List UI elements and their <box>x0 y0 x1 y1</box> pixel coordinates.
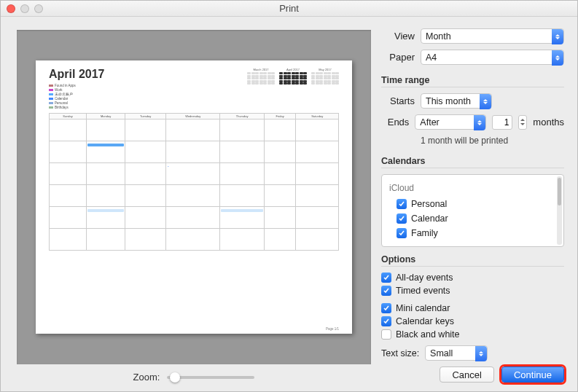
chevron-updown-icon <box>552 50 563 66</box>
page-number: Page 1/1 <box>326 327 339 331</box>
mini-calendars: March 2017 April 2017 May 2017 <box>247 68 339 85</box>
options-header: Options <box>381 254 564 267</box>
option-allday: All-day events <box>381 273 564 283</box>
starts-label: Starts <box>381 95 415 106</box>
textsize-select[interactable]: Small <box>425 345 488 361</box>
titlebar: Print <box>1 1 577 17</box>
calendars-header: Calendars <box>381 156 564 168</box>
checkbox-icon[interactable] <box>381 316 391 326</box>
months-count-field[interactable] <box>492 115 512 130</box>
cancel-button[interactable]: Cancel <box>440 366 493 383</box>
print-preview: April 2017 Found in Apps Work 未命名账户 Cale… <box>17 30 371 364</box>
option-bw: Black and white <box>381 329 564 340</box>
preview-page: April 2017 Found in Apps Work 未命名账户 Cale… <box>36 60 352 334</box>
option-timed: Timed events <box>381 286 564 296</box>
calendar-legend: Found in Apps Work 未命名账户 Calendar Person… <box>49 84 339 110</box>
months-stepper[interactable] <box>518 115 527 130</box>
textsize-label: Text size: <box>381 348 419 358</box>
calendar-item: Personal <box>389 197 556 211</box>
calendar-grid: SundayMondayTuesdayWednesdayThursdayFrid… <box>49 113 339 251</box>
calendar-item: Family <box>389 226 556 240</box>
window-title: Print <box>1 3 577 14</box>
calendars-list[interactable]: iCloud Personal Calendar Family <box>381 174 564 247</box>
chevron-updown-icon <box>475 346 487 361</box>
zoom-label: Zoom: <box>133 372 160 383</box>
checkbox-icon[interactable] <box>397 199 407 209</box>
paper-select[interactable]: A4 <box>421 50 564 65</box>
checkbox-icon[interactable] <box>381 273 391 283</box>
timerange-header: Time range <box>381 75 564 87</box>
checkbox-icon[interactable] <box>397 228 407 238</box>
checkbox-icon[interactable] <box>397 213 407 224</box>
checkbox-icon[interactable] <box>381 303 391 313</box>
timerange-summary: 1 month will be printed <box>421 136 564 146</box>
chevron-updown-icon <box>474 115 485 130</box>
starts-select[interactable]: This month <box>421 93 492 109</box>
ends-select[interactable]: After <box>415 114 486 130</box>
zoom-slider[interactable] <box>167 376 254 379</box>
view-select[interactable]: Month <box>421 28 564 44</box>
chevron-updown-icon <box>552 29 563 44</box>
chevron-updown-icon <box>480 94 491 109</box>
calendar-group: iCloud <box>389 181 556 195</box>
scrollbar[interactable] <box>557 176 562 245</box>
checkbox-icon[interactable] <box>381 286 391 296</box>
view-label: View <box>381 31 415 42</box>
months-unit: months <box>533 117 564 128</box>
continue-button[interactable]: Continue <box>501 366 564 383</box>
ends-label: Ends <box>381 117 409 128</box>
option-mini: Mini calendar <box>381 303 564 313</box>
checkbox-icon[interactable] <box>381 329 391 340</box>
calendar-item: Calendar <box>389 211 556 226</box>
option-keys: Calendar keys <box>381 316 564 326</box>
paper-label: Paper <box>381 52 415 63</box>
